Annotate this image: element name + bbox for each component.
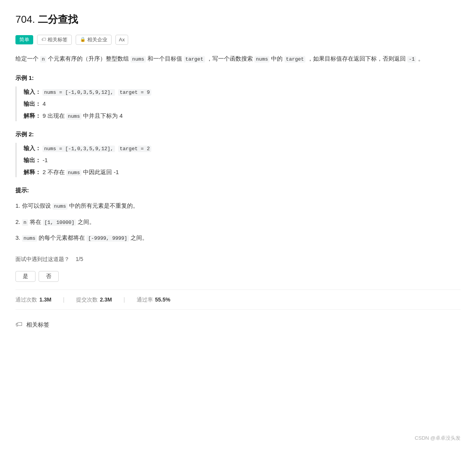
example1-output-value: 4 — [42, 100, 46, 107]
stat-rate-value: 55.5% — [155, 295, 171, 304]
stat-rate: 通过率 55.5% — [129, 295, 178, 304]
example1-title: 示例 1: — [15, 73, 461, 83]
tags-row: 简单 🏷 相关标签 🔒 相关企业 Ax — [15, 35, 461, 45]
related-tags-footer-label: 相关标签 — [26, 320, 49, 329]
page-container: 704. 二分查找 简单 🏷 相关标签 🔒 相关企业 Ax 给定一个 n 个元素… — [0, 0, 476, 454]
vote-no-button[interactable]: 否 — [39, 271, 59, 282]
hint-title: 提示: — [15, 186, 461, 195]
stat-pass-value: 1.3M — [39, 295, 51, 304]
stat-submit-value: 2.3M — [100, 295, 112, 304]
watermark: CSDN @卓卓没头发 — [415, 434, 461, 442]
example1-explain: 解释： 9 出现在 nums 中并且下标为 4 — [24, 110, 461, 121]
example2-output-label: 输出： — [24, 157, 41, 163]
hint-section: 提示: 1. 你可以假设 nums 中的所有元素是不重复的。 2. n 将在 [… — [15, 186, 461, 243]
example2-explain-label: 解释： — [24, 169, 41, 175]
problem-description: 给定一个 n 个元素有序的（升序）整型数组 nums 和一个目标值 target… — [15, 53, 461, 64]
stat-rate-label: 通过率 — [137, 295, 153, 304]
example1-explain-label: 解释： — [24, 112, 41, 119]
example2-explain: 解释： 2 不存在 nums 中因此返回 -1 — [24, 167, 461, 177]
problem-title: 704. 二分查找 — [15, 12, 461, 28]
vote-buttons: 是 否 — [15, 271, 461, 282]
example2-input-label: 输入： — [24, 145, 41, 151]
stat-submit: 提交次数 2.3M — [68, 295, 120, 304]
related-tags-button[interactable]: 🏷 相关标签 — [37, 35, 72, 45]
example1-output: 输出： 4 — [24, 98, 461, 109]
tag-company-label: 相关企业 — [87, 36, 107, 44]
example2-output-value: -1 — [42, 157, 47, 163]
tag-related-label: 相关标签 — [47, 36, 68, 44]
interview-count: 1/5 — [76, 255, 83, 263]
font-button[interactable]: Ax — [115, 35, 128, 45]
hint1: 1. 你可以假设 nums 中的所有元素是不重复的。 — [15, 200, 461, 211]
problem-name: 二分查找 — [38, 14, 78, 25]
problem-number: 704. — [15, 14, 35, 25]
example1-input: 输入： nums = [-1,0,3,5,9,12], target = 9 — [24, 86, 461, 97]
example2-input: 输入： nums = [-1,0,3,5,9,12], target = 2 — [24, 143, 461, 153]
tag-footer-icon: 🏷 — [15, 319, 22, 330]
related-company-button[interactable]: 🔒 相关企业 — [76, 35, 112, 45]
tag-icon: 🏷 — [41, 36, 46, 43]
vote-yes-button[interactable]: 是 — [15, 271, 36, 282]
interview-question: 面试中遇到过这道题？ — [15, 255, 69, 263]
stat-pass: 通过次数 1.3M — [15, 295, 59, 304]
example1-output-label: 输出： — [24, 100, 41, 107]
related-tags-section: 🏷 相关标签 — [15, 319, 461, 330]
difficulty-tag[interactable]: 简单 — [15, 35, 33, 45]
hint2: 2. n 将在 [1, 10000] 之间。 — [15, 217, 461, 227]
stats-row: 通过次数 1.3M | 提交次数 2.3M | 通过率 55.5% — [15, 290, 461, 310]
example2-title: 示例 2: — [15, 130, 461, 139]
stat-divider-1: | — [63, 295, 64, 304]
example1-block: 输入： nums = [-1,0,3,5,9,12], target = 9 输… — [15, 86, 461, 121]
interview-section: 面试中遇到过这道题？ 1/5 — [15, 255, 461, 263]
stat-submit-label: 提交次数 — [76, 295, 98, 304]
stat-divider-2: | — [124, 295, 125, 304]
lock-icon: 🔒 — [80, 36, 86, 43]
example2-block: 输入： nums = [-1,0,3,5,9,12], target = 2 输… — [15, 143, 461, 178]
example1-input-label: 输入： — [24, 88, 41, 95]
font-label: Ax — [119, 36, 125, 44]
hint3: 3. nums 的每个元素都将在 [-9999, 9999] 之间。 — [15, 232, 461, 243]
example2-output: 输出： -1 — [24, 155, 461, 165]
stat-pass-label: 通过次数 — [15, 295, 37, 304]
